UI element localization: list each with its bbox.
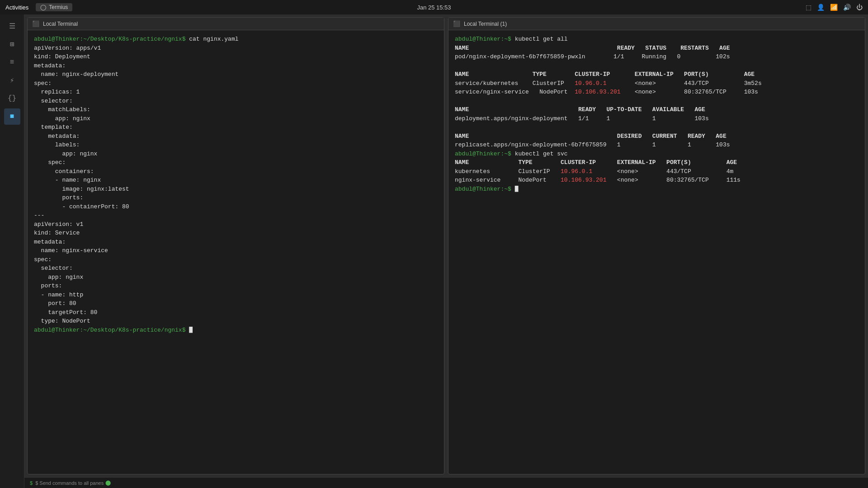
- sidebar: ☰ ⊞ ≡ ⚡ {} ■: [0, 14, 24, 488]
- volume-icon: 🔊: [843, 4, 851, 11]
- left-cursor: █: [185, 327, 193, 333]
- right-terminal-titlebar: ⬛ Local Terminal (1): [448, 18, 865, 30]
- screen-icon: ⬚: [806, 4, 811, 11]
- right-terminal-icon: ⬛: [453, 20, 460, 28]
- sidebar-icon-menu[interactable]: ☰: [4, 18, 20, 34]
- right-header-rs: NAME DESIRED CURRENT READY AGE: [455, 133, 726, 140]
- statusbar-icon: $: [30, 480, 33, 486]
- right-prompt1: abdul@Thinker:~$: [455, 36, 511, 42]
- sidebar-icon-list[interactable]: ≡: [4, 54, 20, 70]
- sidebar-icon-code[interactable]: {}: [4, 90, 20, 107]
- right-header-pods: NAME READY STATUS RESTARTS AGE: [455, 45, 730, 52]
- left-cmd1: cat nginx.yaml: [185, 36, 238, 42]
- statusbar-text: $ Send commands to all panes: [35, 480, 104, 486]
- sidebar-icon-terminal[interactable]: ■: [4, 108, 20, 125]
- right-svc-k8s: service/kubernetes ClusterIP 10.96.0.1 <…: [455, 80, 762, 87]
- topbar-right: ⬚ 👤 📶 🔊 ⏻: [806, 4, 863, 11]
- wifi-icon: 📶: [830, 4, 838, 11]
- left-terminal-icon: ⬛: [32, 20, 39, 28]
- activities-label[interactable]: Activities: [5, 4, 28, 11]
- person-icon: 👤: [817, 4, 825, 11]
- right-prompt3: abdul@Thinker:~$: [455, 186, 511, 192]
- right-terminal-title: Local Terminal (1): [464, 21, 507, 27]
- panes-row: ⬛ Local Terminal abdul@Thinker:~/Desktop…: [24, 14, 868, 477]
- right-cmd1: kubectl get all: [511, 36, 568, 42]
- right-svc-header: NAME TYPE CLUSTER-IP EXTERNAL-IP PORT(S)…: [455, 159, 737, 166]
- right-terminal-content[interactable]: abdul@Thinker:~$ kubectl get all NAME RE…: [448, 30, 865, 474]
- power-icon: ⏻: [856, 4, 863, 11]
- right-cursor: █: [511, 186, 519, 192]
- sidebar-icon-bolt[interactable]: ⚡: [4, 72, 20, 89]
- statusbar: $ $ Send commands to all panes ⬤: [24, 477, 868, 488]
- termius-tab-label: Termius: [49, 4, 68, 10]
- right-prompt2: abdul@Thinker:~$: [455, 150, 511, 157]
- statusbar-indicator: ⬤: [105, 480, 111, 486]
- right-deploy-row: deployment.apps/nginx-deployment 1/1 1 1…: [455, 115, 709, 122]
- left-terminal-title: Local Terminal: [43, 21, 78, 27]
- sidebar-icon-grid[interactable]: ⊞: [4, 36, 20, 52]
- left-prompt2: abdul@Thinker:~/Desktop/K8s-practice/ngn…: [34, 327, 185, 333]
- topbar-datetime: Jan 25 15:53: [417, 4, 451, 11]
- right-svc-nginx: service/nginx-service NodePort 10.106.93…: [455, 89, 758, 95]
- topbar: Activities ◯ Termius Jan 25 15:53 ⬚ 👤 📶 …: [0, 0, 868, 14]
- termius-tab[interactable]: ◯ Termius: [36, 3, 72, 11]
- right-rs-row: replicaset.apps/nginx-deployment-6b7f675…: [455, 141, 730, 148]
- left-yaml-content: apiVersion: apps/v1 kind: Deployment met…: [34, 45, 129, 325]
- right-header-age: AGE: [744, 71, 755, 78]
- left-terminal-titlebar: ⬛ Local Terminal: [28, 18, 444, 30]
- left-terminal-content[interactable]: abdul@Thinker:~/Desktop/K8s-practice/ngn…: [28, 30, 444, 474]
- right-header-svc: NAME TYPE CLUSTER-IP EXTERNAL-IP PORT(S): [455, 71, 744, 78]
- topbar-left: Activities ◯ Termius: [5, 3, 72, 11]
- right-pod-row: pod/nginx-deployment-6b7f675859-pwxln 1/…: [455, 53, 730, 60]
- right-header-deploy: NAME READY UP-TO-DATE AVAILABLE AGE: [455, 106, 705, 113]
- termius-tab-icon: ◯: [40, 4, 46, 10]
- left-prompt1: abdul@Thinker:~/Desktop/K8s-practice/ngn…: [34, 36, 185, 42]
- terminals-area: ⬛ Local Terminal abdul@Thinker:~/Desktop…: [24, 14, 868, 488]
- main-container: ☰ ⊞ ≡ ⚡ {} ■ ⬛ Local Terminal abdul@Thin…: [0, 14, 868, 488]
- right-svc-k8s2: kubernetes ClusterIP 10.96.0.1 <none> 44…: [455, 168, 733, 175]
- left-terminal-pane[interactable]: ⬛ Local Terminal abdul@Thinker:~/Desktop…: [27, 17, 444, 474]
- right-cmd2: kubectl get svc: [511, 150, 568, 157]
- right-terminal-pane[interactable]: ⬛ Local Terminal (1) abdul@Thinker:~$ ku…: [448, 17, 865, 474]
- right-svc-nginx2: nginx-service NodePort 10.106.93.201 <no…: [455, 177, 741, 183]
